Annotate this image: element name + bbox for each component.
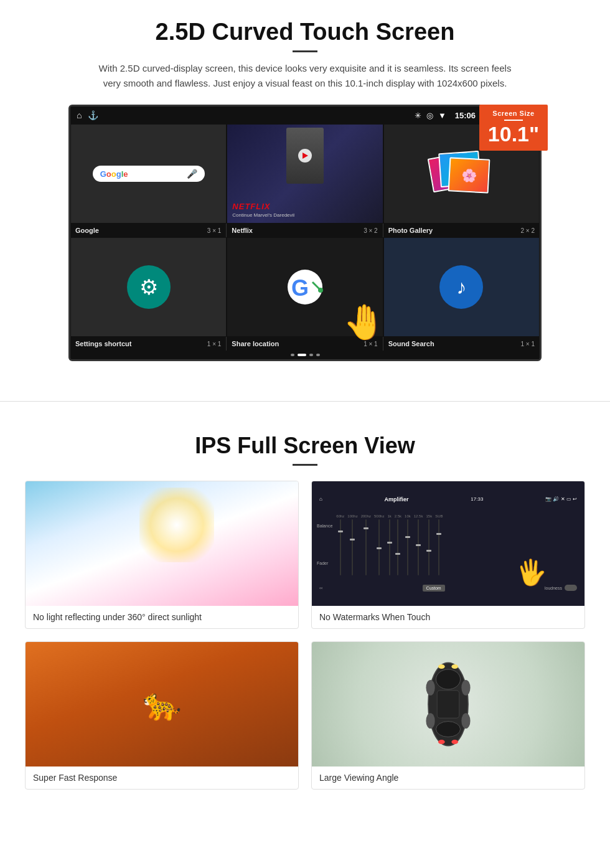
netflix-thumbnail: NETFLIX Continue Marvel's Daredevil [227, 125, 382, 223]
head-unit-screen: ⌂ ⚓ ✳ ◎ ▼ 15:06 📷 🔊 ✕ ▭ [68, 105, 542, 361]
page-dot-1 [291, 354, 294, 356]
svg-point-4 [436, 669, 460, 689]
music-icon-circle: ♪ [439, 265, 483, 309]
play-triangle-icon [303, 153, 308, 159]
status-left-icons: ⌂ ⚓ [77, 110, 98, 120]
eq-label-2k5: 2.5k [395, 514, 401, 518]
page-dot-3 [309, 354, 313, 356]
cheetah-image: 🐆 [26, 642, 298, 767]
amp-home-icon: ⌂ [319, 496, 322, 502]
sound-app-content: ♪ [384, 238, 539, 336]
cheetah-card: 🐆 Super Fast Response [25, 641, 299, 790]
eq-label-12k5: 12.5k [414, 514, 423, 518]
sound-search-app-cell[interactable]: ♪ [383, 237, 540, 337]
sunlight-caption: No light reflecting under 360° direct su… [26, 606, 298, 628]
google-search-bar[interactable]: Google 🎤 [93, 166, 205, 182]
amp-icons: 📷 🔊 ✕ ▭ ↩ [545, 496, 577, 502]
svg-point-13 [438, 740, 445, 744]
amp-title: Amplifier [385, 496, 409, 502]
eq-bar-sub: SUB [435, 514, 443, 575]
cheetah-caption: Super Fast Response [26, 767, 298, 789]
netflix-grid: 3 × 2 [364, 227, 378, 234]
netflix-app-content: NETFLIX Continue Marvel's Daredevil [227, 125, 382, 223]
car-top-view-svg [417, 654, 479, 754]
eq-label-60hz: 60hz [336, 514, 344, 518]
svg-point-11 [438, 664, 445, 669]
eq-bar-12k5: 12.5k [414, 514, 423, 575]
settings-app-content: ⚙ [71, 238, 226, 336]
svg-point-12 [451, 664, 458, 669]
page-dot-4 [316, 354, 320, 356]
share-location-app-cell[interactable]: G 🤚 [227, 237, 383, 337]
section2-divider [293, 464, 317, 466]
netflix-label-cell: Netflix 3 × 2 [227, 224, 383, 237]
eq-label-100hz: 100hz [347, 514, 357, 518]
fader-label: Fader [317, 561, 332, 565]
play-button[interactable] [298, 149, 312, 163]
eq-label-10k: 10k [405, 514, 411, 518]
gear-icon: ⚙ [139, 275, 158, 300]
custom-btn[interactable]: Custom [423, 585, 445, 592]
home-icon[interactable]: ⌂ [77, 110, 82, 120]
google-app-cell[interactable]: Google 🎤 [70, 124, 227, 224]
svg-text:G: G [291, 275, 309, 301]
amp-side-labels: Balance Fader [317, 507, 332, 582]
sound-label: Sound Search [388, 340, 434, 347]
svg-point-2 [318, 288, 323, 293]
google-label: Google [75, 227, 99, 234]
loudness-toggle-pill[interactable] [565, 585, 577, 591]
svg-point-10 [461, 713, 470, 729]
gallery-label-cell: Photo Gallery 2 × 2 [383, 224, 540, 237]
eq-bar-2k5: 2.5k [395, 514, 401, 575]
sunlight-card: No light reflecting under 360° direct su… [25, 481, 299, 629]
loudness-label: loudness [545, 586, 562, 590]
eq-bar-60hz: 60hz [336, 514, 344, 575]
settings-icon-circle: ⚙ [127, 265, 171, 309]
section-ips-view: IPS Full Screen View No light reflecting… [0, 427, 610, 808]
eq-slider-15k [428, 519, 429, 575]
eq-label-sub: SUB [435, 514, 443, 518]
balance-label: Balance [317, 524, 332, 528]
app-grid-top: Google 🎤 [70, 124, 540, 224]
bluetooth-icon: ✳ [415, 111, 421, 120]
maps-g-svg: G [286, 268, 324, 306]
eq-handle-10k [405, 536, 410, 538]
eq-slider-10k [407, 519, 408, 575]
eq-handle-500hz [377, 547, 382, 549]
eq-label-200hz: 200hz [361, 514, 371, 518]
share-label: Share location [232, 340, 279, 347]
eq-bar-500hz: 500hz [374, 514, 384, 575]
microphone-icon[interactable]: 🎤 [187, 169, 197, 179]
flower-icon: 🌸 [461, 167, 477, 183]
settings-label-cell: Settings shortcut 1 × 1 [70, 337, 227, 351]
device-mockup: Screen Size 10.1" ⌂ ⚓ ✳ ◎ ▼ 15:06 📷 🔊 ✕ [68, 105, 542, 361]
sound-grid: 1 × 1 [520, 341, 535, 347]
amplifier-image: ⌂ Amplifier 17:33 📷 🔊 ✕ ▭ ↩ Balance Fade… [312, 481, 584, 606]
amplifier-status-bar: ⌂ Amplifier 17:33 📷 🔊 ✕ ▭ ↩ [317, 496, 580, 502]
eq-slider-100hz [352, 519, 353, 575]
title-divider [293, 50, 317, 52]
location-icon: ◎ [426, 111, 433, 120]
badge-divider [504, 120, 523, 121]
eq-slider-12k5 [418, 519, 419, 575]
page-indicator [70, 351, 540, 359]
netflix-label: Netflix [232, 227, 253, 234]
netflix-logo-text: NETFLIX [232, 202, 270, 211]
google-logo: Google [100, 169, 128, 179]
section-divider [0, 401, 610, 402]
hand-pointing-icon: 🤚 [343, 302, 386, 342]
google-grid: 3 × 1 [207, 227, 222, 234]
eq-handle-15k [426, 550, 431, 552]
google-label-cell: Google 3 × 1 [70, 224, 227, 237]
amp-back-btn: ‹‹ [319, 585, 322, 591]
page-dot-2-active [298, 354, 306, 356]
settings-app-cell[interactable]: ⚙ [70, 237, 227, 337]
status-bar: ⌂ ⚓ ✳ ◎ ▼ 15:06 📷 🔊 ✕ ▭ [70, 106, 540, 124]
feature-image-grid: No light reflecting under 360° direct su… [25, 481, 585, 790]
amp-time: 17:33 [471, 496, 483, 502]
eq-bar-100hz: 100hz [347, 514, 357, 575]
netflix-app-cell[interactable]: NETFLIX Continue Marvel's Daredevil [227, 124, 383, 224]
eq-slider-1k [389, 519, 390, 575]
eq-label-1k: 1k [387, 514, 391, 518]
eq-slider-200hz [365, 519, 367, 575]
